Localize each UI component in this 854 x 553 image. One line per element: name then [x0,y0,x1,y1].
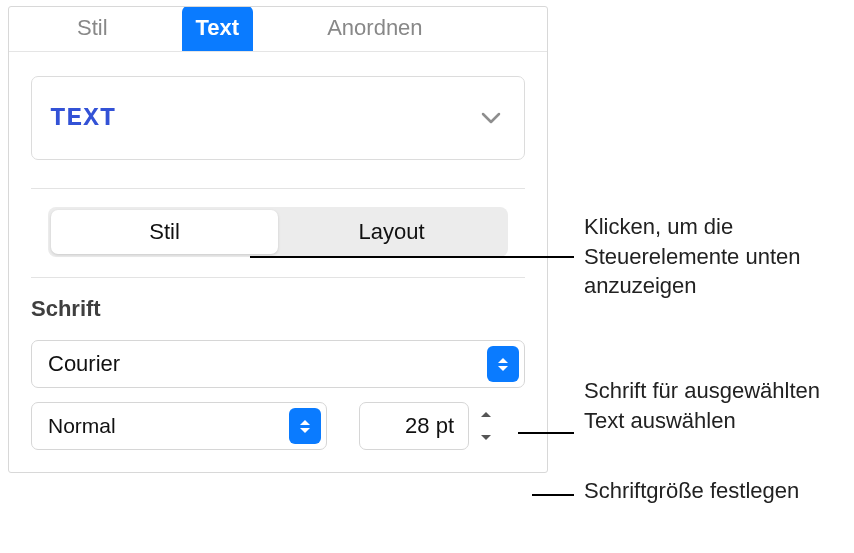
callout-font-family: Schrift für ausgewählten Text auswählen [584,376,854,435]
font-weight-value: Normal [48,414,116,438]
divider [31,277,525,278]
font-size-field: 28 pt [359,402,497,450]
callout-leader [250,256,574,258]
style-layout-segmented: Stil Layout [48,207,508,257]
font-size-input[interactable]: 28 pt [359,402,469,450]
top-tabs: Stil Text Anordnen [9,7,547,52]
font-size-value: 28 pt [405,413,454,439]
font-family-value: Courier [48,351,120,377]
format-sidebar: Stil Text Anordnen TEXT Stil Layout Schr… [8,6,548,473]
stepper-down-button[interactable] [475,429,497,447]
tab-text[interactable]: Text [182,6,254,51]
font-size-stepper [475,406,497,447]
callout-style-tab: Klicken, um die Steuerelemente unten anz… [584,212,854,301]
tab-style[interactable]: Stil [63,7,122,51]
stepper-up-button[interactable] [475,406,497,424]
seg-layout-button[interactable]: Layout [278,210,505,254]
font-section-title: Schrift [31,296,525,322]
seg-style-button[interactable]: Stil [51,210,278,254]
updown-icon [289,408,321,444]
divider [31,188,525,189]
tab-arrange[interactable]: Anordnen [313,7,436,51]
font-family-select[interactable]: Courier [31,340,525,388]
paragraph-style-picker[interactable]: TEXT [31,76,525,160]
callout-leader [518,432,574,434]
chevron-down-icon [480,107,502,129]
callout-leader [532,494,574,496]
paragraph-style-label: TEXT [50,103,116,133]
font-weight-select[interactable]: Normal [31,402,327,450]
updown-icon [487,346,519,382]
callout-font-size: Schriftgröße festlegen [584,476,799,506]
